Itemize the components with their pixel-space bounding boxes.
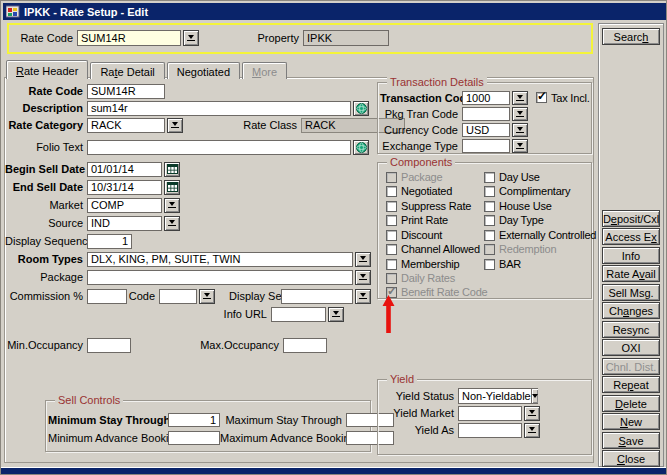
rate-category-input[interactable]	[87, 118, 165, 133]
dropdown-arrow-icon[interactable]	[531, 389, 538, 403]
min-occupancy-input[interactable]	[87, 338, 131, 353]
display-sequence-input[interactable]	[87, 234, 132, 249]
end-sell-date-input[interactable]	[87, 180, 162, 195]
print-rate-checkbox[interactable]	[386, 215, 397, 226]
bar-checkbox[interactable]	[484, 259, 495, 270]
membership-checkbox[interactable]	[386, 259, 397, 270]
negotiated-component-label: Negotiated	[401, 185, 452, 197]
close-button[interactable]: Close	[602, 450, 660, 467]
bottom-strip	[1, 467, 667, 475]
tax-incl-checkbox[interactable]: ✓	[536, 92, 547, 103]
house-use-checkbox[interactable]	[484, 201, 495, 212]
transaction-details-title: Transaction Details	[387, 76, 487, 88]
info-url-input[interactable]	[271, 307, 326, 322]
currency-code-input[interactable]	[462, 123, 510, 137]
market-input[interactable]	[87, 198, 162, 213]
delete-button[interactable]: Delete	[602, 395, 660, 412]
resync-button[interactable]: Resync	[602, 321, 660, 338]
yield-as-label: Yield As	[380, 424, 458, 436]
max-occupancy-input[interactable]	[283, 338, 327, 353]
search-button[interactable]: Search	[602, 28, 660, 45]
source-input[interactable]	[87, 216, 162, 231]
min-adv-label: Minimum Advance Booking	[48, 432, 168, 444]
suppress-rate-checkbox[interactable]	[386, 201, 397, 212]
description-input[interactable]	[87, 101, 351, 116]
info-button[interactable]: Info	[602, 247, 660, 264]
rate-code-input[interactable]	[87, 84, 165, 99]
rate-code-header-input[interactable]	[77, 30, 181, 46]
new-button[interactable]: New	[602, 413, 660, 430]
pkg-tran-code-lov-button[interactable]	[512, 107, 528, 121]
tab-rate-header-label: Rate Header	[16, 65, 78, 77]
folio-text-input[interactable]	[87, 140, 351, 155]
rate-setup-window: IPKK - Rate Setup - Edit Rate Code Prope…	[0, 0, 667, 475]
negotiated-checkbox[interactable]	[386, 186, 397, 197]
min-adv-input[interactable]	[168, 431, 220, 445]
rate-category-lov-button[interactable]	[167, 118, 183, 133]
tab-bar: Rate Header Rate Detail Negotiated More	[6, 60, 289, 79]
end-sell-date-calendar-button[interactable]	[164, 180, 180, 195]
complimentary-checkbox[interactable]	[484, 186, 495, 197]
currency-code-lov-button[interactable]	[512, 123, 528, 137]
discount-checkbox[interactable]	[386, 230, 397, 241]
code-lov-button[interactable]	[199, 289, 215, 304]
tab-rate-header[interactable]: Rate Header	[6, 60, 88, 79]
rate-code-lov-button[interactable]	[183, 30, 199, 46]
property-input[interactable]	[303, 30, 389, 46]
house-use-label: House Use	[499, 200, 552, 212]
package-input[interactable]	[87, 270, 353, 285]
sell-msg-button[interactable]: Sell Msg.	[602, 284, 660, 301]
yield-status-combo[interactable]: Non-Yieldable	[458, 388, 538, 404]
transaction-code-input[interactable]	[462, 91, 510, 105]
market-lov-button[interactable]	[164, 198, 180, 213]
pkg-tran-code-input[interactable]	[462, 107, 510, 121]
info-url-lov-button[interactable]	[328, 307, 344, 322]
yield-market-lov-button[interactable]	[524, 406, 540, 421]
display-set-input[interactable]	[281, 289, 353, 304]
room-types-lov-button[interactable]	[355, 252, 371, 267]
globe-icon	[356, 103, 367, 114]
repeat-button[interactable]: Repeat	[602, 376, 660, 393]
tab-rate-detail[interactable]: Rate Detail	[90, 62, 164, 79]
deposit-cxl-button[interactable]: Deposit/Cxl	[602, 210, 660, 227]
changes-button[interactable]: Changes	[602, 302, 660, 319]
day-use-checkbox[interactable]	[484, 172, 495, 183]
source-lov-button[interactable]	[164, 216, 180, 231]
folio-text-globe-button[interactable]	[353, 140, 369, 155]
sell-controls-group: Sell Controls Minimum Stay Through Maxim…	[45, 400, 371, 452]
max-occupancy-label: Max.Occupancy	[191, 339, 283, 351]
package-lov-button[interactable]	[355, 270, 371, 285]
code-input[interactable]	[159, 289, 197, 304]
begin-sell-date-calendar-button[interactable]	[164, 162, 180, 177]
begin-sell-date-label: Begin Sell Date	[5, 163, 87, 175]
externally-controlled-checkbox[interactable]	[484, 230, 495, 241]
rate-avail-button-label: Rate Avail	[606, 268, 655, 280]
rate-avail-button[interactable]: Rate Avail	[602, 265, 660, 282]
print-rate-label: Print Rate	[401, 214, 448, 226]
access-ex-button[interactable]: Access Ex	[602, 228, 660, 245]
min-occupancy-label: Min.Occupancy	[5, 339, 87, 351]
exchange-type-input[interactable]	[462, 139, 510, 153]
description-globe-button[interactable]	[353, 101, 369, 116]
min-stay-input[interactable]	[168, 413, 220, 427]
channel-allowed-checkbox[interactable]	[386, 244, 397, 255]
begin-sell-date-input[interactable]	[87, 162, 162, 177]
deposit-cxl-button-label: Deposit/Cxl	[603, 213, 659, 225]
room-types-input[interactable]	[87, 252, 353, 267]
yield-as-lov-button[interactable]	[524, 423, 540, 438]
tab-negotiated[interactable]: Negotiated	[167, 62, 240, 79]
sell-msg-button-label: Sell Msg.	[608, 287, 653, 299]
transaction-code-lov-button[interactable]	[512, 91, 528, 105]
day-type-label: Day Type	[499, 214, 544, 226]
header-box: Rate Code Property	[7, 23, 593, 54]
yield-as-input[interactable]	[458, 423, 522, 438]
save-button[interactable]: Save	[602, 432, 660, 449]
day-type-checkbox[interactable]	[484, 215, 495, 226]
oxi-button[interactable]: OXI	[602, 339, 660, 356]
tax-incl-label: Tax Incl.	[551, 92, 590, 104]
commission-input[interactable]	[87, 289, 127, 304]
exchange-type-lov-button[interactable]	[512, 139, 528, 153]
max-adv-label: Maximum Advance Booking	[220, 432, 346, 444]
yield-market-input[interactable]	[458, 406, 522, 421]
display-set-lov-button[interactable]	[355, 289, 371, 304]
